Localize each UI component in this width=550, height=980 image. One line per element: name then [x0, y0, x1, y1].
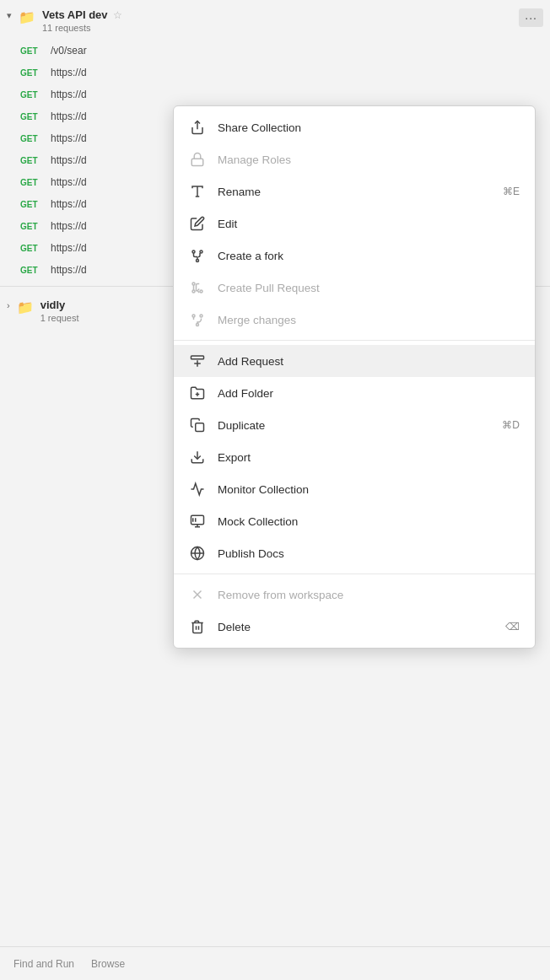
menu-item-shortcut: ⌫: [505, 621, 520, 633]
svg-point-5: [200, 250, 202, 253]
menu-item-merge: Merge changes: [174, 304, 535, 336]
method-badge: GET: [20, 134, 44, 143]
svg-point-6: [197, 260, 199, 262]
rename-icon: [189, 183, 206, 200]
menu-item-label: Remove from workspace: [218, 589, 520, 601]
menu-item-monitor[interactable]: Monitor Collection: [174, 473, 535, 505]
method-badge: GET: [20, 46, 44, 56]
menu-item-label: Merge changes: [218, 314, 520, 326]
star-icon[interactable]: ☆: [113, 9, 122, 21]
delete-icon: [189, 618, 206, 635]
method-badge: GET: [20, 266, 44, 275]
menu-item-add-request[interactable]: Add Request: [174, 345, 535, 377]
bottom-bar-item2[interactable]: Browse: [91, 958, 125, 970]
menu-item-edit[interactable]: Edit: [174, 207, 535, 240]
menu-item-remove: Remove from workspace: [174, 579, 535, 611]
menu-item-share[interactable]: Share Collection: [174, 111, 535, 143]
request-url: https://d: [51, 154, 87, 166]
list-item[interactable]: GET https://d: [0, 83, 550, 105]
menu-item-label: Export: [218, 451, 520, 464]
menu-item-label: Delete: [218, 621, 493, 633]
mock-icon: [189, 513, 206, 530]
svg-point-9: [200, 290, 202, 293]
menu-item-label: Duplicate: [218, 419, 490, 432]
menu-item-pull-request: Create Pull Request: [174, 272, 535, 304]
menu-item-delete[interactable]: Delete ⌫: [174, 611, 535, 643]
svg-point-4: [192, 250, 195, 253]
svg-point-10: [192, 290, 195, 293]
list-item[interactable]: GET https://d: [0, 62, 550, 83]
svg-rect-15: [191, 356, 204, 359]
method-badge: GET: [20, 112, 44, 121]
svg-rect-20: [196, 423, 204, 432]
more-button[interactable]: ···: [519, 8, 543, 27]
add-folder-icon: [189, 385, 206, 401]
request-url: https://d: [51, 67, 87, 78]
menu-item-label: Add Request: [218, 355, 520, 368]
request-url: https://d: [51, 132, 87, 144]
menu-item-label: Add Folder: [218, 387, 520, 400]
add-request-icon: [189, 353, 206, 369]
menu-item-label: Create a fork: [218, 250, 520, 262]
chevron-right-icon: ›: [7, 300, 10, 310]
menu-item-mock[interactable]: Mock Collection: [174, 505, 535, 537]
request-url: /v0/sear: [51, 45, 87, 57]
request-url: https://d: [51, 110, 87, 122]
menu-item-manage-roles: Manage Roles: [174, 143, 535, 175]
svg-point-8: [192, 283, 195, 285]
bottom-bar-item1[interactable]: Find and Run: [13, 958, 74, 970]
lock-icon: [189, 151, 206, 168]
svg-point-11: [192, 315, 195, 317]
menu-item-duplicate[interactable]: Duplicate ⌘D: [174, 409, 535, 441]
export-icon: [189, 449, 206, 466]
edit-icon: [189, 215, 206, 232]
request-url: https://d: [51, 89, 87, 100]
method-badge: GET: [20, 90, 44, 100]
folder-icon: 📁: [17, 299, 34, 315]
chevron-down-icon: ▾: [7, 10, 12, 21]
share-icon: [189, 119, 206, 136]
menu-item-label: Edit: [218, 218, 520, 230]
menu-item-rename[interactable]: Rename ⌘E: [174, 175, 535, 207]
request-url: https://d: [51, 176, 87, 188]
duplicate-icon: [189, 417, 206, 433]
menu-item-label: Manage Roles: [218, 153, 520, 166]
publish-icon: [189, 545, 206, 562]
menu-item-label: Mock Collection: [218, 515, 520, 528]
menu-item-label: Monitor Collection: [218, 483, 520, 496]
fork-icon: [189, 247, 206, 264]
menu-item-add-folder[interactable]: Add Folder: [174, 377, 535, 409]
collection-name: Vets API dev: [42, 8, 108, 21]
method-badge: GET: [20, 222, 44, 231]
close-icon: [189, 586, 206, 603]
menu-item-label: Share Collection: [218, 121, 520, 134]
menu-item-export[interactable]: Export: [174, 441, 535, 473]
request-url: https://d: [51, 220, 87, 232]
svg-rect-1: [191, 159, 203, 165]
svg-point-12: [200, 315, 202, 317]
menu-item-label: Rename: [218, 186, 491, 198]
request-url: https://d: [51, 264, 87, 276]
menu-item-label: Create Pull Request: [218, 282, 520, 294]
context-menu: Share Collection Manage Roles Rename: [173, 105, 536, 649]
pull-request-icon: [189, 279, 206, 296]
folder-icon: 📁: [19, 9, 35, 25]
svg-point-13: [197, 324, 199, 326]
menu-item-shortcut: ⌘E: [503, 186, 520, 197]
list-item[interactable]: GET /v0/sear: [0, 40, 550, 62]
menu-item-shortcut: ⌘D: [502, 419, 520, 431]
request-url: https://d: [51, 242, 87, 254]
collection-count: 11 requests: [42, 23, 543, 33]
method-badge: GET: [20, 200, 44, 209]
merge-icon: [189, 311, 206, 328]
method-badge: GET: [20, 178, 44, 187]
menu-item-fork[interactable]: Create a fork: [174, 240, 535, 272]
method-badge: GET: [20, 244, 44, 253]
menu-item-label: Publish Docs: [218, 547, 520, 560]
method-badge: GET: [20, 68, 44, 78]
menu-item-publish[interactable]: Publish Docs: [174, 537, 535, 569]
collection-info: Vets API dev ☆ 11 requests: [42, 8, 543, 33]
sidebar: ▾ 📁 Vets API dev ☆ 11 requests ··· GET /…: [0, 0, 550, 980]
menu-divider: [174, 340, 535, 341]
collection-header: ▾ 📁 Vets API dev ☆ 11 requests ···: [0, 0, 550, 40]
